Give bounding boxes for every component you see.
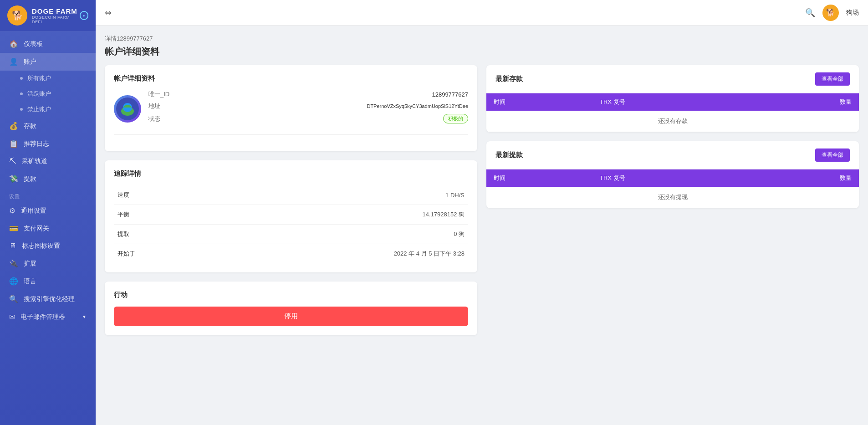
uid-label: 唯一_ID <box>148 90 169 98</box>
sidebar-item-mining[interactable]: ⛏ 采矿轨道 <box>0 153 96 170</box>
avatar: 🐕 <box>822 5 839 21</box>
sidebar-item-label: 账户 <box>24 58 36 66</box>
withdraw-section: 最新提款 查看全部 时间 TRX 复号 数量 <box>486 141 859 208</box>
tracking-table: 速度 1 DH/S 平衡 14.17928152 狗 提取 0 狗 <box>114 185 468 263</box>
extensions-icon: 🔌 <box>9 259 18 268</box>
gear-icon: ⚙ <box>9 206 15 215</box>
sidebar-item-extensions[interactable]: 🔌 扩展 <box>0 255 96 272</box>
table-row: 开始于 2022 年 4 月 5 日下午 3:28 <box>114 244 468 264</box>
withdraw-header: 最新提款 查看全部 <box>486 141 859 169</box>
speed-value: 1 DH/S <box>159 185 468 205</box>
deposit-view-all-button[interactable]: 查看全部 <box>815 72 850 86</box>
sidebar-item-active-accounts[interactable]: 活跃账户 <box>0 86 96 102</box>
sidebar-item-banned-accounts[interactable]: 禁止账户 <box>0 102 96 117</box>
withdraw-icon: 💸 <box>9 174 18 183</box>
deposit-icon: 💰 <box>9 122 18 130</box>
address-label: 地址 <box>148 102 160 110</box>
status-indicator <box>80 11 88 20</box>
logo-title: DOGE FARM <box>32 7 80 15</box>
logo-icon: 🐕 <box>7 5 27 26</box>
uid-row: 唯一_ID 12899777627 <box>148 90 468 98</box>
deposit-empty-row: 还没有存款 <box>486 111 859 132</box>
sidebar-item-all-accounts[interactable]: 所有账户 <box>0 71 96 86</box>
speed-label: 速度 <box>114 185 159 205</box>
main-area: ⇔ 🔍 🐕 狗场 详情12899777627 帐户详细资料 帐户详细资料 <box>96 0 868 425</box>
search-icon[interactable]: 🔍 <box>805 8 815 18</box>
account-info: 唯一_ID 12899777627 地址 DTPernoVZxSyq5kyCY3… <box>148 90 468 127</box>
sidebar-item-general[interactable]: ⚙ 通用设置 <box>0 202 96 220</box>
account-detail-card: 帐户详细资料 <box>105 65 477 151</box>
sidebar-item-label: 扩展 <box>24 260 36 268</box>
sidebar-item-deposit[interactable]: 💰 存款 <box>0 117 96 135</box>
withdraw-value: 0 狗 <box>159 225 468 244</box>
dot-icon <box>20 92 23 95</box>
logo-text: DOGE FARM DOGECOIN FARM DEFI <box>32 7 80 24</box>
sidebar-item-dashboard[interactable]: 🏠 仪表板 <box>0 35 96 53</box>
sidebar-item-language[interactable]: 🌐 语言 <box>0 272 96 290</box>
sidebar-item-label: 搜索引擎优化经理 <box>24 295 75 303</box>
withdraw-view-all-button[interactable]: 查看全部 <box>815 148 850 162</box>
avatar-svg <box>116 97 139 120</box>
sidebar-item-account[interactable]: 👤 账户 <box>0 53 96 71</box>
email-icon: ✉ <box>9 312 15 321</box>
right-column: 最新存款 查看全部 时间 TRX 复号 数量 <box>486 65 859 335</box>
deposit-empty-text: 还没有存款 <box>486 111 859 132</box>
sidebar-item-payment[interactable]: 💳 支付网关 <box>0 220 96 237</box>
home-icon: 🏠 <box>9 40 18 48</box>
withdraw-col-amount: 数量 <box>753 169 859 187</box>
withdraw-col-trx: TRX 复号 <box>592 169 753 187</box>
page-title: 帐户详细资料 <box>105 46 859 58</box>
withdraw-table-header-row: 时间 TRX 复号 数量 <box>486 169 859 187</box>
status-label: 状态 <box>148 115 160 123</box>
withdraw-empty-row: 还没有提现 <box>486 187 859 208</box>
withdraw-col-time: 时间 <box>486 169 592 187</box>
referral-icon: 📋 <box>9 139 18 148</box>
chevron-down-icon: ▼ <box>82 314 87 319</box>
table-row: 提取 0 狗 <box>114 225 468 244</box>
sidebar-item-label: 支付网关 <box>24 225 49 233</box>
account-icon: 👤 <box>9 57 18 66</box>
sidebar-nav: 🏠 仪表板 👤 账户 所有账户 活跃账户 禁止账户 💰 存款 📋 推荐日志 ⛏ <box>0 31 96 425</box>
deposit-header: 最新存款 查看全部 <box>486 65 859 93</box>
uid-value: 12899777627 <box>432 91 468 98</box>
disable-button[interactable]: 停用 <box>114 307 468 326</box>
sidebar-item-referral-log[interactable]: 📋 推荐日志 <box>0 135 96 153</box>
sidebar-item-label: 仪表板 <box>24 40 43 48</box>
breadcrumb: 详情12899777627 <box>105 35 859 43</box>
topbar: ⇔ 🔍 🐕 狗场 <box>96 0 868 26</box>
action-card-title: 行动 <box>114 291 468 299</box>
started-label: 开始于 <box>114 244 159 264</box>
sidebar-item-label: 标志图标设置 <box>22 242 60 250</box>
tracking-detail-card: 追踪详情 速度 1 DH/S 平衡 14.17928152 狗 <box>105 160 477 272</box>
settings-section-label: 设置 <box>0 188 96 202</box>
table-row: 速度 1 DH/S <box>114 185 468 205</box>
table-row: 平衡 14.17928152 狗 <box>114 205 468 225</box>
withdraw-empty-text: 还没有提现 <box>486 187 859 208</box>
account-card-title: 帐户详细资料 <box>114 74 468 83</box>
withdraw-title: 最新提款 <box>495 151 523 159</box>
withdraw-table: 时间 TRX 复号 数量 还没有提现 <box>486 169 859 208</box>
payment-icon: 💳 <box>9 224 18 233</box>
sidebar-sub-label: 禁止账户 <box>27 105 51 113</box>
sidebar-logo: 🐕 DOGE FARM DOGECOIN FARM DEFI <box>0 0 96 31</box>
sidebar-item-email[interactable]: ✉ 电子邮件管理器 ▼ <box>0 308 96 326</box>
sidebar: 🐕 DOGE FARM DOGECOIN FARM DEFI 🏠 仪表板 👤 账… <box>0 0 96 425</box>
sidebar-item-withdraw[interactable]: 💸 提款 <box>0 170 96 188</box>
dot-icon <box>20 77 23 80</box>
status-row: 状态 积极的 <box>148 114 468 123</box>
username-label: 狗场 <box>846 9 859 17</box>
deposit-table-header-row: 时间 TRX 复号 数量 <box>486 93 859 111</box>
status-badge: 积极的 <box>443 114 468 123</box>
content-area: 详情12899777627 帐户详细资料 帐户详细资料 <box>96 26 868 425</box>
sidebar-item-label: 语言 <box>24 277 36 286</box>
search-icon: 🔍 <box>9 295 18 303</box>
sidebar-item-label: 采矿轨道 <box>22 157 47 165</box>
sidebar-item-logo-settings[interactable]: 🖥 标志图标设置 <box>0 237 96 255</box>
deposit-title: 最新存款 <box>495 75 523 83</box>
sidebar-item-label: 提款 <box>24 175 36 183</box>
sidebar-item-seo[interactable]: 🔍 搜索引擎优化经理 <box>0 290 96 308</box>
expand-icon[interactable]: ⇔ <box>105 8 112 18</box>
tracking-card-title: 追踪详情 <box>114 169 468 178</box>
sidebar-item-label: 推荐日志 <box>24 140 49 148</box>
sidebar-sub-label: 所有账户 <box>27 74 51 82</box>
